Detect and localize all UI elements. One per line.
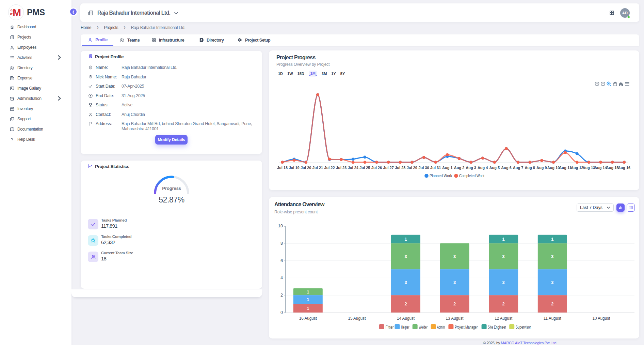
- svg-text:1: 1: [307, 306, 309, 311]
- svg-text:Jul 25: Jul 25: [359, 166, 370, 170]
- svg-text:2: 2: [551, 301, 553, 306]
- svg-text:Aug 4: Aug 4: [478, 166, 488, 170]
- svg-text:Admin: Admin: [437, 325, 445, 330]
- svg-text:Aug 10: Aug 10: [547, 166, 560, 170]
- svg-text:1: 1: [307, 297, 309, 302]
- svg-text:10 August: 10 August: [592, 316, 610, 321]
- svg-text:Aug 6: Aug 6: [501, 166, 512, 170]
- svg-text:2: 2: [502, 301, 505, 306]
- svg-text:2: 2: [280, 293, 283, 298]
- svg-text:Jul 21: Jul 21: [312, 166, 323, 170]
- svg-text:1: 1: [551, 237, 553, 242]
- svg-text:Aug 13: Aug 13: [583, 166, 595, 170]
- svg-text:3: 3: [502, 280, 505, 285]
- svg-text:Planned Work: Planned Work: [430, 174, 452, 178]
- svg-text:1: 1: [404, 237, 407, 242]
- svg-text:3: 3: [404, 280, 407, 285]
- svg-text:13 August: 13 August: [446, 316, 464, 321]
- svg-text:Jul 22: Jul 22: [324, 166, 335, 170]
- svg-text:Helper: Helper: [401, 325, 409, 330]
- svg-text:Jul 29: Jul 29: [407, 166, 417, 170]
- svg-text:Jul 30: Jul 30: [419, 166, 429, 170]
- svg-text:Jul 27: Jul 27: [383, 166, 394, 170]
- svg-text:3: 3: [453, 254, 456, 259]
- svg-text:14 August: 14 August: [397, 316, 415, 321]
- svg-text:1: 1: [502, 237, 505, 242]
- svg-text:Completed Work: Completed Work: [459, 174, 485, 178]
- svg-text:Aug 8: Aug 8: [525, 166, 535, 170]
- svg-text:Aug 11: Aug 11: [559, 166, 571, 170]
- svg-text:Jul 28: Jul 28: [395, 166, 405, 170]
- svg-text:2: 2: [453, 301, 456, 306]
- svg-text:Aug 16: Aug 16: [618, 166, 630, 170]
- svg-text:Aug 2: Aug 2: [454, 166, 465, 170]
- svg-text:M: M: [13, 7, 21, 18]
- svg-text:Jul 31: Jul 31: [430, 166, 441, 170]
- svg-text:Welder: Welder: [419, 325, 428, 330]
- svg-text:Supervisor: Supervisor: [516, 325, 531, 330]
- svg-text:11 August: 11 August: [544, 316, 561, 321]
- svg-text:Fitter: Fitter: [385, 325, 393, 330]
- svg-text:0: 0: [280, 310, 283, 315]
- svg-text:Jul 26: Jul 26: [371, 166, 382, 170]
- svg-text:Jul 18: Jul 18: [277, 166, 288, 170]
- svg-text:4: 4: [280, 275, 283, 280]
- svg-text:Aug 9: Aug 9: [536, 166, 547, 170]
- svg-text:3: 3: [551, 254, 553, 259]
- svg-text:2: 2: [404, 301, 407, 306]
- svg-text:Project Manager: Project Manager: [455, 325, 478, 330]
- svg-text:10: 10: [278, 224, 283, 228]
- svg-text:Aug 5: Aug 5: [489, 166, 500, 170]
- svg-text:Jul 24: Jul 24: [348, 166, 359, 170]
- svg-text:3: 3: [502, 254, 505, 259]
- svg-text:Aug 7: Aug 7: [513, 166, 524, 170]
- svg-text:Jul 23: Jul 23: [336, 166, 347, 170]
- svg-text:Aug 12: Aug 12: [571, 166, 583, 170]
- svg-text:Jul 19: Jul 19: [289, 166, 300, 170]
- svg-text:8: 8: [280, 241, 283, 246]
- svg-text:3: 3: [453, 280, 456, 285]
- svg-text:Aug 14: Aug 14: [594, 166, 607, 170]
- svg-text:Site Engineer: Site Engineer: [488, 325, 506, 330]
- svg-text:12 August: 12 August: [495, 316, 512, 321]
- svg-text:15 August: 15 August: [348, 316, 366, 321]
- svg-text:Aug 3: Aug 3: [466, 166, 476, 170]
- svg-text:3: 3: [551, 280, 553, 285]
- svg-text:16 August: 16 August: [299, 316, 317, 321]
- svg-text:6: 6: [280, 258, 283, 263]
- svg-text:Jul 20: Jul 20: [301, 166, 311, 170]
- svg-text:Aug 15: Aug 15: [606, 166, 619, 170]
- svg-text:Aug 1: Aug 1: [442, 166, 453, 170]
- svg-text:3: 3: [404, 254, 407, 259]
- svg-text:1: 1: [307, 289, 309, 295]
